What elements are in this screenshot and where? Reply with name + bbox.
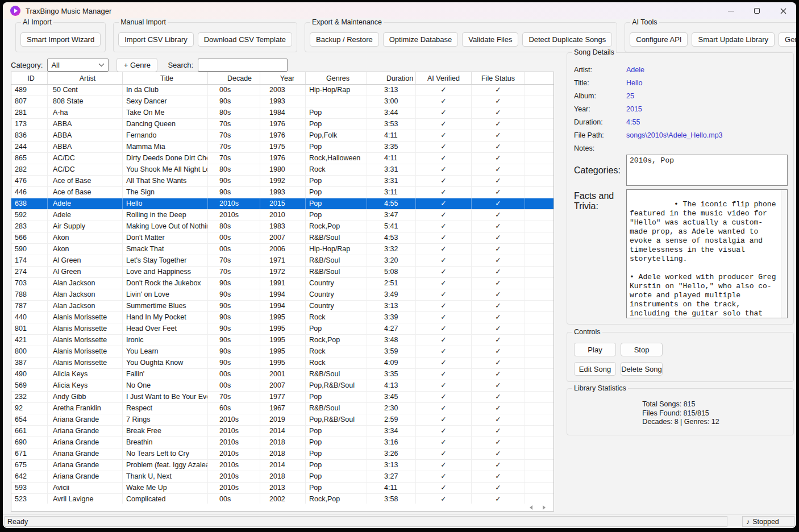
category-dropdown[interactable]: All <box>47 59 109 72</box>
cell-duration[interactable]: 5:41 <box>367 221 416 232</box>
cell-year[interactable]: 1994 <box>260 289 306 300</box>
cell-id[interactable]: 642 <box>11 471 48 482</box>
import-csv-library-button[interactable]: Import CSV Library <box>118 32 194 47</box>
cell-id[interactable]: 800 <box>11 346 48 357</box>
cell-file_status[interactable]: ✓ <box>472 414 525 425</box>
column-header-duration[interactable]: Duration <box>367 72 416 84</box>
cell-genres[interactable]: Rock <box>306 164 367 175</box>
cell-duration[interactable]: 3:00 <box>367 96 416 107</box>
cell-year[interactable]: 1995 <box>260 335 306 346</box>
cell-artist[interactable]: Alanis Morissette <box>48 358 123 368</box>
cell-ai_verified[interactable]: ✓ <box>416 414 472 425</box>
cell-decade[interactable]: 00s <box>208 232 260 243</box>
cell-ai_verified[interactable]: ✓ <box>416 210 472 221</box>
cell-file_status[interactable]: ✓ <box>472 198 525 209</box>
cell-id[interactable]: 593 <box>11 483 48 493</box>
column-header-title[interactable]: Title <box>123 72 208 84</box>
cell-ai_verified[interactable]: ✓ <box>416 119 472 130</box>
cell-file_status[interactable]: ✓ <box>472 244 525 255</box>
cell-decade[interactable]: 00s <box>208 244 260 255</box>
cell-artist[interactable]: Alicia Keys <box>48 369 123 380</box>
cell-ai_verified[interactable]: ✓ <box>416 244 472 255</box>
table-row[interactable]: 440Alanis MorissetteHand In My Pocket90s… <box>11 312 554 323</box>
cell-ai_verified[interactable]: ✓ <box>416 255 472 266</box>
cell-id[interactable]: 590 <box>11 244 48 255</box>
cell-ai_verified[interactable]: ✓ <box>416 460 472 471</box>
cell-title[interactable]: The Sign <box>123 187 208 198</box>
cell-title[interactable]: Take On Me <box>123 107 208 118</box>
cell-genres[interactable]: R&B/Soul <box>306 403 367 414</box>
cell-title[interactable]: Breathin <box>123 437 208 448</box>
minimize-button[interactable] <box>718 2 744 19</box>
cell-genres[interactable]: R&B/Soul <box>306 255 367 266</box>
cell-decade[interactable]: 70s <box>208 130 260 141</box>
cell-id[interactable]: 566 <box>11 232 48 243</box>
cell-genres[interactable]: Pop <box>306 119 367 130</box>
cell-genres[interactable]: Pop,R&B/Soul <box>306 380 367 391</box>
edit-song-button[interactable]: Edit Song <box>574 362 616 376</box>
cell-ai_verified[interactable]: ✓ <box>416 346 472 357</box>
cell-artist[interactable]: Ariana Grande <box>48 460 123 471</box>
cell-id[interactable]: 274 <box>11 267 48 277</box>
cell-artist[interactable]: Avicii <box>48 483 123 493</box>
cell-duration[interactable]: 2:51 <box>367 278 416 289</box>
cell-file_status[interactable]: ✓ <box>472 471 525 482</box>
cell-title[interactable]: 7 Rings <box>123 414 208 425</box>
cell-decade[interactable]: 2010s <box>208 426 260 437</box>
cell-title[interactable]: Wake Me Up <box>123 483 208 493</box>
generate-ai-trivia-button[interactable]: Generate AI Trivia <box>779 32 796 47</box>
cell-decade[interactable]: 2010s <box>208 437 260 448</box>
cell-duration[interactable]: 4:13 <box>367 380 416 391</box>
cell-title[interactable]: Problem (feat. Iggy Azalea) <box>123 460 208 471</box>
cell-artist[interactable]: 50 Cent <box>48 85 123 95</box>
cell-year[interactable]: 1976 <box>260 130 306 141</box>
cell-artist[interactable]: Ariana Grande <box>48 414 123 425</box>
cell-title[interactable]: Dancing Queen <box>123 119 208 130</box>
cell-ai_verified[interactable]: ✓ <box>416 153 472 164</box>
cell-year[interactable]: 2019 <box>260 414 306 425</box>
cell-duration[interactable]: 3:34 <box>367 426 416 437</box>
cell-file_status[interactable]: ✓ <box>472 153 525 164</box>
cell-year[interactable]: 2014 <box>260 460 306 471</box>
cell-artist[interactable]: 808 State <box>48 96 123 107</box>
cell-duration[interactable]: 3:13 <box>367 85 416 95</box>
cell-ai_verified[interactable]: ✓ <box>416 380 472 391</box>
cell-genres[interactable]: Pop,R&B/Soul <box>306 414 367 425</box>
cell-duration[interactable]: 3:35 <box>367 142 416 152</box>
cell-artist[interactable]: Alan Jackson <box>48 301 123 311</box>
cell-ai_verified[interactable]: ✓ <box>416 323 472 334</box>
cell-year[interactable]: 2013 <box>260 483 306 493</box>
validate-files-button[interactable]: Validate Files <box>462 32 518 47</box>
table-row[interactable]: 836ABBAFernando70s1976Pop,Folk4:11✓✓ <box>11 130 554 142</box>
cell-title[interactable]: You Oughta Know <box>123 358 208 368</box>
cell-title[interactable]: Head Over Feet <box>123 323 208 334</box>
cell-ai_verified[interactable]: ✓ <box>416 301 472 311</box>
cell-title[interactable]: Dirty Deeds Done Dirt Cheap <box>123 153 208 164</box>
cell-decade[interactable]: 2010s <box>208 414 260 425</box>
cell-file_status[interactable]: ✓ <box>472 164 525 175</box>
cell-genres[interactable]: Pop <box>306 198 367 209</box>
cell-artist[interactable]: Akon <box>48 232 123 243</box>
cell-duration[interactable]: 3:48 <box>367 335 416 346</box>
cell-year[interactable]: 1993 <box>260 96 306 107</box>
cell-duration[interactable]: 3:27 <box>367 471 416 482</box>
cell-artist[interactable]: Ace of Base <box>48 187 123 198</box>
cell-genres[interactable]: Rock,Pop <box>306 221 367 232</box>
cell-title[interactable]: In da Club <box>123 85 208 95</box>
cell-genres[interactable]: Hip-Hop/Rap <box>306 244 367 255</box>
cell-file_status[interactable]: ✓ <box>472 369 525 380</box>
cell-genres[interactable]: Country <box>306 289 367 300</box>
cell-id[interactable]: 387 <box>11 358 48 368</box>
cell-artist[interactable]: Alanis Morissette <box>48 346 123 357</box>
column-header-file_status[interactable]: File Status <box>472 72 525 84</box>
cell-decade[interactable]: 00s <box>208 380 260 391</box>
table-row[interactable]: 675Ariana GrandeProblem (feat. Iggy Azal… <box>11 460 554 471</box>
cell-id[interactable]: 675 <box>11 460 48 471</box>
cell-artist[interactable]: Ariana Grande <box>48 448 123 459</box>
cell-genres[interactable]: Pop <box>306 437 367 448</box>
cell-year[interactable]: 1977 <box>260 392 306 402</box>
cell-ai_verified[interactable]: ✓ <box>416 312 472 323</box>
cell-year[interactable]: 2014 <box>260 426 306 437</box>
smart-import-wizard-button[interactable]: Smart Import Wizard <box>20 32 101 47</box>
cell-file_status[interactable]: ✓ <box>472 176 525 186</box>
